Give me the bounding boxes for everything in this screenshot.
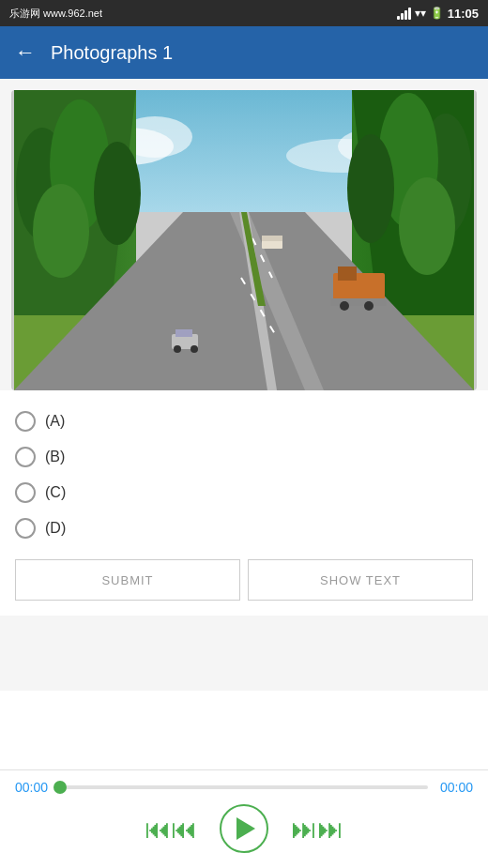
app-bar: ← Photographs 1 (0, 26, 488, 79)
svg-rect-33 (175, 329, 192, 337)
option-b-label: (B) (45, 449, 65, 465)
option-c-label: (C) (45, 484, 66, 501)
rewind-icon: ⏮⏮ (145, 814, 197, 845)
forward-icon: ⏭⏭ (291, 814, 343, 845)
play-icon (236, 817, 255, 840)
play-button[interactable] (220, 804, 268, 853)
option-d[interactable]: (D) (15, 512, 473, 544)
svg-point-16 (399, 177, 455, 275)
option-c[interactable]: (C) (15, 477, 473, 509)
progress-track[interactable] (60, 785, 428, 789)
show-text-button[interactable]: SHOW TEXT (248, 559, 473, 601)
status-bar: 乐游网 www.962.net ▾▾ 🔋 11:05 (0, 0, 488, 26)
radio-c[interactable] (15, 482, 36, 503)
svg-point-34 (174, 345, 181, 353)
back-button[interactable]: ← (15, 42, 36, 63)
main-content: (A) (B) (C) (D) SUBMIT SHOW TEXT (0, 79, 488, 708)
option-a[interactable]: (A) (15, 405, 473, 437)
submit-button[interactable]: SUBMIT (15, 559, 240, 601)
time-label: 11:05 (448, 7, 479, 21)
svg-point-35 (191, 345, 198, 353)
total-time: 00:00 (435, 780, 473, 795)
signal-icon (397, 7, 411, 20)
svg-point-10 (33, 184, 89, 278)
photo-section (0, 79, 488, 390)
option-d-label: (D) (45, 520, 66, 537)
radio-b[interactable] (15, 447, 36, 467)
options-list: (A) (B) (C) (D) (0, 390, 488, 552)
option-b[interactable]: (B) (15, 441, 473, 473)
svg-rect-31 (262, 236, 282, 241)
photo-container (11, 90, 477, 390)
radio-a[interactable] (15, 411, 36, 432)
wifi-icon: ▾▾ (415, 7, 426, 20)
current-time: 00:00 (15, 780, 53, 795)
svg-point-28 (340, 301, 349, 311)
page-title: Photographs 1 (51, 42, 173, 64)
progress-row: 00:00 00:00 (15, 780, 473, 795)
controls-row: ⏮⏮ ⏭⏭ (15, 804, 473, 853)
svg-point-15 (347, 134, 394, 243)
website-label: 乐游网 www.962.net (9, 7, 102, 21)
svg-point-9 (94, 142, 141, 245)
forward-button[interactable]: ⏭⏭ (291, 814, 343, 845)
svg-rect-27 (330, 298, 387, 306)
svg-rect-26 (338, 266, 357, 281)
highway-image (11, 90, 477, 390)
media-player: 00:00 00:00 ⏮⏮ ⏭⏭ (0, 769, 488, 868)
action-buttons: SUBMIT SHOW TEXT (0, 552, 488, 616)
battery-icon: 🔋 (430, 7, 444, 20)
svg-point-29 (364, 301, 374, 311)
option-a-label: (A) (45, 413, 65, 430)
progress-thumb[interactable] (53, 781, 67, 794)
radio-d[interactable] (15, 518, 36, 539)
spacer (0, 616, 488, 691)
rewind-button[interactable]: ⏮⏮ (145, 814, 197, 845)
status-icons: ▾▾ 🔋 11:05 (397, 7, 479, 21)
